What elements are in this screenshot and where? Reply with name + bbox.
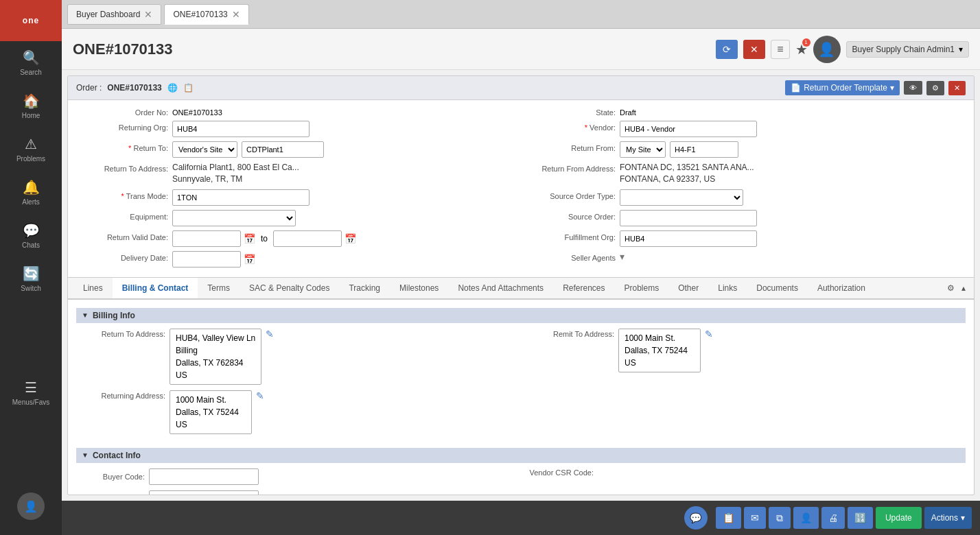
update-button[interactable]: Update: [876, 507, 922, 529]
settings-icon-button[interactable]: ⚙: [926, 81, 944, 95]
return-from-plant-input[interactable]: [670, 141, 738, 158]
return-to-row: Return To: Vendor's Site: [79, 141, 515, 158]
user-name: Buyer Supply Chain Admin1: [852, 45, 955, 54]
source-order-type-select[interactable]: [620, 189, 743, 206]
billing-toggle-icon[interactable]: ▼: [82, 311, 89, 319]
close-tab-buyer-dashboard[interactable]: ✕: [144, 9, 152, 20]
page-header: ONE#1070133 ⟳ ✕ ≡ ★ 1 👤 Buyer Supply Cha…: [62, 29, 980, 70]
returning-address-edit-icon[interactable]: ✎: [256, 390, 264, 401]
home-icon: 🏠: [23, 93, 40, 109]
trans-mode-input[interactable]: [172, 189, 310, 206]
chat-button[interactable]: 💬: [684, 506, 708, 530]
nav-tab-tracking[interactable]: Tracking: [339, 278, 390, 300]
copy-toolbar-button[interactable]: 📋: [716, 507, 741, 529]
dropdown-arrow-icon: ▾: [959, 45, 963, 54]
planner-code-edit-icon[interactable]: ✎: [263, 493, 271, 495]
source-order-input[interactable]: [620, 210, 757, 226]
planner-code-input[interactable]: [149, 490, 259, 495]
avatar-image: 👤: [818, 41, 835, 58]
eye-button[interactable]: 👁: [904, 81, 922, 95]
return-from-site-select[interactable]: My Site: [620, 141, 666, 158]
return-valid-date-from-input[interactable]: [172, 230, 241, 247]
returning-org-input[interactable]: [172, 121, 310, 137]
tab-buyer-dashboard[interactable]: Buyer Dashboard ✕: [67, 4, 161, 25]
return-valid-date-to-input[interactable]: [273, 230, 342, 247]
bell-icon: 🔔: [23, 179, 40, 195]
nav-tab-sac-penalty[interactable]: SAC & Penalty Codes: [240, 278, 339, 300]
billing-info-title: Billing Info: [93, 311, 135, 320]
sidebar-item-switch[interactable]: 🔄 Switch: [0, 257, 62, 300]
trans-mode-label: Trans Mode:: [79, 189, 168, 200]
form-right: State: Draft Vendor: Return From: My Sit…: [526, 106, 963, 272]
vendor-input[interactable]: [620, 121, 757, 137]
close-tab-order[interactable]: ✕: [232, 9, 240, 20]
email-toolbar-button[interactable]: ✉: [744, 507, 766, 529]
sidebar-item-home[interactable]: 🏠 Home: [0, 84, 62, 128]
nav-tab-lines[interactable]: Lines: [73, 278, 113, 300]
print-toolbar-button[interactable]: 🖨: [821, 507, 845, 529]
nav-tab-authorization[interactable]: Authorization: [808, 278, 875, 300]
duplicate-toolbar-button[interactable]: ⧉: [769, 507, 791, 529]
globe-icon[interactable]: 🌐: [167, 83, 178, 93]
tab-order[interactable]: ONE#1070133 ✕: [164, 4, 248, 25]
return-to-plant-input[interactable]: [242, 141, 324, 158]
order-number-display: ONE#1070133: [107, 83, 161, 93]
calculator-toolbar-button[interactable]: 🔢: [848, 507, 873, 529]
source-order-type-row: Source Order Type:: [526, 189, 963, 206]
close-button[interactable]: ✕: [743, 40, 765, 59]
nav-tab-other[interactable]: Other: [668, 278, 708, 300]
nav-tab-links[interactable]: Links: [708, 278, 747, 300]
return-to-address-value: California Plant1, 800 East El Ca... Sun…: [172, 162, 299, 185]
remit-to-address-edit-icon[interactable]: ✎: [705, 329, 713, 340]
sidebar-avatar[interactable]: 👤: [0, 484, 62, 528]
delivery-date-input[interactable]: [172, 251, 241, 268]
menu-button[interactable]: ≡: [771, 40, 789, 59]
equipment-select[interactable]: [172, 210, 296, 226]
tab-collapse-icon[interactable]: ▴: [959, 278, 968, 298]
actions-button[interactable]: Actions ▾: [924, 507, 972, 529]
sidebar-label-home: Home: [22, 112, 40, 119]
nav-tab-problems[interactable]: Problems: [615, 278, 669, 300]
calendar-to-icon[interactable]: 📅: [345, 233, 356, 244]
sidebar-label-menus: Menus/Favs: [12, 399, 49, 406]
sidebar-item-problems[interactable]: ⚠ Problems: [0, 128, 62, 171]
return-order-template-button[interactable]: 📄 Return Order Template ▾: [785, 80, 900, 95]
calendar-from-icon[interactable]: 📅: [244, 233, 255, 244]
user-dropdown[interactable]: Buyer Supply Chain Admin1 ▾: [846, 41, 969, 58]
nav-tab-documents[interactable]: Documents: [747, 278, 808, 300]
copy-icon[interactable]: 📋: [183, 83, 194, 93]
source-order-type-label: Source Order Type:: [526, 189, 616, 200]
return-to-address-edit-icon[interactable]: ✎: [266, 329, 274, 340]
contact-right: Vendor CSR Code:: [525, 468, 966, 495]
nav-tab-references[interactable]: References: [553, 278, 614, 300]
returning-address-row: Returning Address: 1000 Main St. Dallas,…: [76, 390, 517, 434]
nav-tab-milestones[interactable]: Milestones: [390, 278, 448, 300]
return-to-address-label: Return To Address:: [79, 162, 168, 173]
sidebar-label-problems: Problems: [16, 155, 45, 163]
tab-settings-icon[interactable]: ⚙: [943, 278, 959, 298]
nav-tab-notes[interactable]: Notes And Attachments: [448, 278, 553, 300]
app-logo: one: [0, 0, 62, 41]
vendor-csr-code-row: Vendor CSR Code:: [525, 468, 966, 477]
notification-bell[interactable]: ★ 1: [795, 41, 808, 58]
nav-tab-billing-contact[interactable]: Billing & Contact: [113, 278, 198, 300]
nav-tab-terms[interactable]: Terms: [198, 278, 240, 300]
sidebar-item-alerts[interactable]: 🔔 Alerts: [0, 171, 62, 214]
close-order-button[interactable]: ✕: [948, 81, 966, 95]
fulfillment-org-input[interactable]: [620, 230, 757, 247]
sidebar-item-search[interactable]: 🔍 Search: [0, 41, 62, 84]
refresh-button[interactable]: ⟳: [716, 40, 738, 59]
sidebar-item-menus[interactable]: ☰ Menus/Favs: [0, 371, 62, 414]
return-to-address-row: Return To Address: California Plant1, 80…: [79, 162, 515, 185]
return-to-label: Return To:: [79, 141, 168, 152]
seller-agents-dropdown-icon[interactable]: ▾: [620, 251, 625, 262]
contact-toggle-icon[interactable]: ▼: [82, 451, 89, 459]
state-value: Draft: [620, 106, 636, 117]
buyer-code-input[interactable]: [149, 468, 259, 485]
return-to-site-select[interactable]: Vendor's Site: [172, 141, 237, 158]
return-from-address-label: Return From Address:: [526, 162, 616, 173]
buyer-code-row: Buyer Code:: [76, 468, 517, 485]
sidebar-item-chats[interactable]: 💬 Chats: [0, 214, 62, 257]
user-toolbar-button[interactable]: 👤: [793, 507, 819, 529]
calendar-delivery-icon[interactable]: 📅: [244, 254, 255, 265]
